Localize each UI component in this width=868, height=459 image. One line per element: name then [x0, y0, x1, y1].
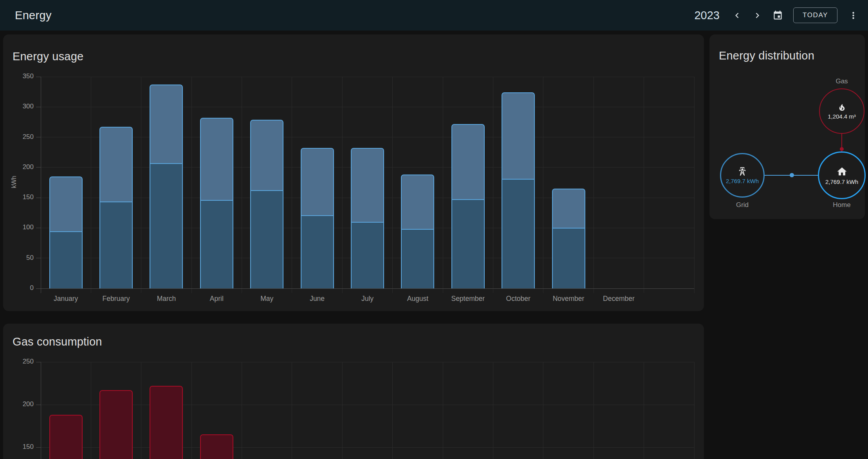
energy-dashboard: Energy 2023 TODAY Energy usage Energy di…	[0, 0, 868, 459]
home-node-label: Home	[814, 201, 868, 209]
energy-usage-title: Energy usage	[13, 50, 83, 63]
energy-distribution-card: Energy distribution Gas 1,204.4 m³ 2,769…	[709, 34, 865, 219]
calendar-icon	[772, 10, 783, 21]
grid-node-value: 2,769.7 kWh	[726, 178, 759, 184]
kebab-menu-icon	[848, 10, 859, 21]
grid-node-circle: 2,769.7 kWh	[720, 153, 765, 198]
app-bar: Energy 2023 TODAY	[0, 0, 868, 31]
gas-flow-dot	[840, 147, 844, 151]
gas-consumption-title: Gas consumption	[13, 335, 102, 348]
home-icon	[836, 166, 848, 177]
flame-icon	[837, 103, 846, 112]
grid-flow-dot	[790, 173, 794, 177]
date-picker-button[interactable]	[768, 6, 787, 25]
chevron-left-icon	[732, 10, 742, 21]
transmission-tower-icon	[737, 166, 747, 176]
gas-node-label: Gas	[814, 77, 868, 85]
gas-consumption-card: Gas consumption	[3, 324, 704, 459]
energy-usage-card: Energy usage	[3, 34, 704, 311]
gas-node-value: 1,204.4 m³	[828, 113, 856, 120]
grid-node-label: Grid	[715, 201, 770, 209]
chevron-right-icon	[752, 10, 763, 21]
overflow-menu-button[interactable]	[844, 6, 863, 25]
energy-distribution-title: Energy distribution	[719, 49, 814, 62]
home-node-circle: 2,769.7 kWh	[818, 151, 866, 199]
today-button[interactable]: TODAY	[793, 7, 837, 23]
next-period-button[interactable]	[748, 6, 767, 25]
previous-period-button[interactable]	[727, 6, 746, 25]
home-node-value: 2,769.7 kWh	[825, 178, 858, 185]
gas-node-circle: 1,204.4 m³	[819, 88, 864, 134]
app-bar-actions: 2023 TODAY	[694, 6, 863, 25]
period-label: 2023	[694, 9, 720, 22]
page-title: Energy	[15, 9, 52, 22]
